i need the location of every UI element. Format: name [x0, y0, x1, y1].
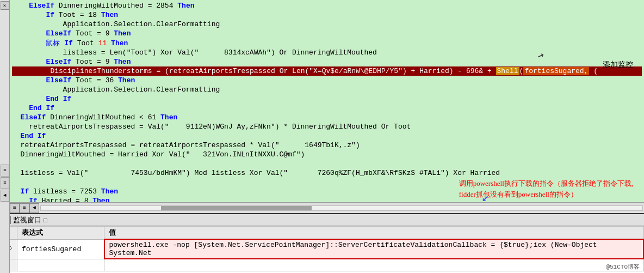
watch-window-title: 监视窗口 — [13, 215, 41, 225]
horizontal-scrollbar[interactable]: ≡ ≡ ◄ — [10, 202, 644, 213]
add-monitor-annotation: 添加监控 — [603, 60, 633, 70]
side-btn-1[interactable]: ≡ — [1, 165, 9, 177]
watch-empty-row — [1, 259, 644, 271]
code-line: ElseIf Toot = 9 Then — [12, 29, 642, 38]
watermark: @51CTO博客 — [606, 263, 640, 271]
watch-expr-cell[interactable]: fortiesSugared — [17, 239, 104, 259]
code-line: End If — [12, 104, 642, 113]
code-line: Application.Selection.ClearFormatting — [12, 20, 642, 29]
code-line: listless = Len("Toot") Xor Val(" 8314xcA… — [12, 48, 642, 57]
code-line: DinneringWiltMouthed = Harried Xor Val("… — [12, 150, 642, 159]
side-btn-2[interactable]: ≡ — [1, 177, 9, 189]
scroll-left-btn[interactable]: ≡ — [10, 203, 20, 213]
watch-val-cell[interactable]: powershell.exe -nop [System.Net.ServiceP… — [104, 239, 644, 259]
code-line: retreatAirportsTrespassed = retreatAirpo… — [12, 141, 642, 150]
left-toolbar: ✕ — [0, 0, 10, 273]
code-line: End If — [12, 94, 642, 104]
code-line: ElseIf DinneringWiltMouthed < 61 Then — [12, 113, 642, 122]
side-btn-3[interactable]: ◄ — [1, 190, 9, 202]
col-expr-header: 表达式 — [17, 227, 104, 240]
code-line: retreatAirportsTrespassed = Val(" 9112eN… — [12, 122, 642, 131]
watch-empty-expr — [17, 259, 104, 271]
watch-window-icon: □ — [44, 217, 47, 223]
code-line: ElseIf Toot = 9 Then — [12, 57, 642, 66]
left-side-buttons: ≡ ≡ ◄ — [0, 165, 10, 202]
highlighted-code-line: DisciplinesThunderstorms = (retreatAirpo… — [12, 66, 642, 76]
watch-table: 表达式 值 👁 fortiesSugared powershell.exe -n… — [0, 226, 644, 271]
code-line: ElseIf DinneringWiltMouthed = 2854 Then — [12, 1, 642, 10]
code-line: End If — [12, 131, 642, 141]
code-line: ElseIf Toot = 36 Then — [12, 76, 642, 85]
scroll-center-btn[interactable]: ≡ — [20, 203, 29, 213]
code-line: listless = Val(" 7453u/bdHmKM") Mod list… — [12, 168, 642, 178]
close-btn[interactable]: ✕ — [1, 1, 9, 10]
code-line: If Toot = 18 Then — [12, 10, 642, 20]
scroll-track[interactable] — [40, 205, 643, 211]
code-line: Application.Selection.ClearFormatting — [12, 85, 642, 94]
watch-title-bar: 监视窗口 □ — [0, 214, 644, 226]
watch-empty-val — [104, 259, 644, 271]
col-val-header: 值 — [104, 227, 644, 240]
scroll-left-arrow-btn[interactable]: ◄ — [29, 203, 39, 213]
watch-window: 监视窗口 □ 表达式 值 👁 fortiesSugared powershell… — [0, 213, 644, 273]
code-line — [12, 159, 642, 168]
code-line: 鼠标 If Toot 11 Then — [12, 38, 642, 48]
arrow-to-watch-icon: ↙ — [482, 190, 489, 205]
scroll-thumb — [161, 206, 312, 210]
watch-row: 👁 fortiesSugared powershell.exe -nop [Sy… — [1, 239, 644, 259]
